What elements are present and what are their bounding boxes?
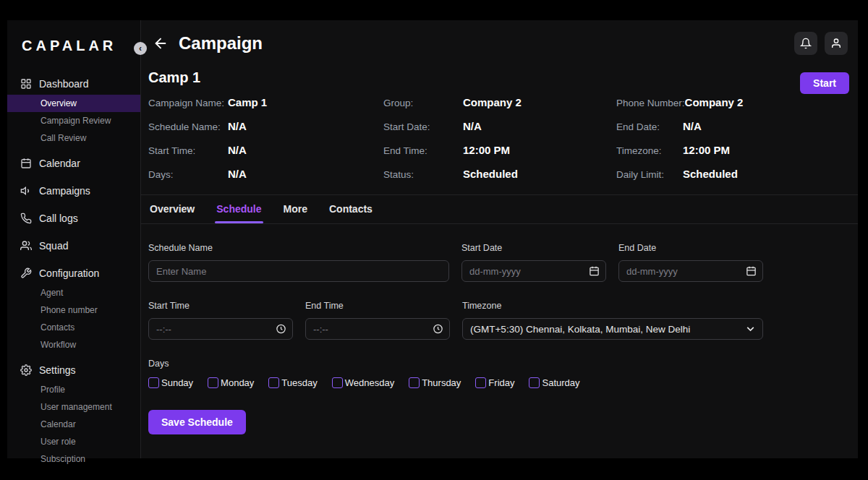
dashboard-grid-icon bbox=[20, 78, 32, 90]
detail-label: End Time: bbox=[383, 145, 463, 156]
detail-campaign-name: Campaign Name:Camp 1 bbox=[148, 96, 383, 108]
days-label: Days bbox=[148, 359, 849, 369]
campaign-summary: Camp 1 Start Campaign Name:Camp 1 Group:… bbox=[141, 67, 858, 180]
day-friday: Friday bbox=[475, 377, 514, 388]
sidebar-item-label: Dashboard bbox=[39, 78, 89, 90]
sidebar-item-contacts[interactable]: Contacts bbox=[7, 319, 140, 336]
sidebar-item-call-logs[interactable]: Call logs bbox=[7, 207, 140, 229]
app-window: CAPALAR ‹ Dashboard Overview Campaign Re… bbox=[7, 20, 858, 458]
sidebar-item-label: Calendar bbox=[39, 158, 80, 169]
sidebar-nav: Dashboard Overview Campaign Review Call … bbox=[7, 73, 140, 468]
app-logo: CAPALAR bbox=[7, 38, 140, 54]
day-label: Sunday bbox=[161, 377, 193, 388]
detail-start-date: Start Date:N/A bbox=[383, 120, 616, 132]
detail-group: Group:Company 2 bbox=[383, 96, 616, 108]
sidebar-item-user-management[interactable]: User management bbox=[7, 398, 140, 416]
notifications-button[interactable] bbox=[794, 32, 817, 55]
phone-icon bbox=[20, 213, 32, 224]
campaign-summary-header: Camp 1 Start bbox=[148, 69, 849, 96]
detail-label: End Date: bbox=[616, 121, 683, 132]
sidebar-item-phone-number[interactable]: Phone number bbox=[7, 301, 140, 319]
schedule-name-input[interactable] bbox=[148, 260, 449, 282]
detail-value: N/A bbox=[228, 144, 247, 156]
day-tuesday: Tuesday bbox=[268, 377, 317, 388]
tab-more[interactable]: More bbox=[282, 195, 309, 223]
detail-label: Start Date: bbox=[383, 121, 463, 132]
sidebar-item-label: Campaigns bbox=[39, 185, 90, 197]
start-time-input[interactable] bbox=[148, 318, 293, 340]
sidebar-item-calendar-settings[interactable]: Calendar bbox=[7, 416, 140, 433]
day-sunday: Sunday bbox=[148, 377, 193, 388]
end-time-input[interactable] bbox=[305, 318, 450, 340]
day-label: Thursday bbox=[422, 377, 461, 388]
sidebar-item-workflow[interactable]: Workflow bbox=[7, 336, 140, 353]
sidebar-item-label: Configuration bbox=[39, 267, 99, 279]
thursday-checkbox[interactable] bbox=[409, 377, 420, 388]
end-date-label: End Date bbox=[618, 243, 763, 253]
users-icon bbox=[20, 240, 32, 252]
detail-value: Scheduled bbox=[463, 168, 518, 180]
detail-schedule-name: Schedule Name:N/A bbox=[148, 120, 383, 132]
sidebar-collapse-button[interactable]: ‹ bbox=[134, 42, 147, 55]
calendar-icon bbox=[20, 158, 32, 169]
detail-timezone: Timezone:12:00 PM bbox=[616, 144, 849, 156]
day-label: Tuesday bbox=[281, 377, 317, 388]
saturday-checkbox[interactable] bbox=[529, 377, 540, 388]
campaign-details-grid: Campaign Name:Camp 1 Group:Company 2 Pho… bbox=[148, 96, 849, 180]
back-arrow-icon[interactable] bbox=[153, 35, 169, 51]
detail-label: Timezone: bbox=[616, 145, 683, 156]
form-row-1: Schedule Name Start Date End Date bbox=[148, 243, 849, 282]
save-schedule-button[interactable]: Save Schedule bbox=[148, 410, 246, 434]
end-time-label: End Time bbox=[305, 301, 450, 311]
schedule-form: Schedule Name Start Date End Date bbox=[141, 224, 858, 434]
detail-label: Schedule Name: bbox=[148, 121, 228, 132]
tuesday-checkbox[interactable] bbox=[268, 377, 279, 388]
detail-label: Campaign Name: bbox=[148, 98, 228, 108]
day-label: Wednesday bbox=[345, 377, 394, 388]
detail-label: Days: bbox=[148, 169, 228, 180]
start-date-label: Start Date bbox=[461, 243, 606, 253]
day-label: Friday bbox=[488, 377, 514, 388]
sidebar-item-user-role[interactable]: User role bbox=[7, 433, 140, 450]
detail-label: Group: bbox=[383, 98, 463, 108]
sidebar-item-settings[interactable]: Settings bbox=[7, 359, 140, 381]
wednesday-checkbox[interactable] bbox=[332, 377, 343, 388]
sunday-checkbox[interactable] bbox=[148, 377, 159, 388]
tab-contacts[interactable]: Contacts bbox=[328, 195, 374, 223]
start-time-label: Start Time bbox=[148, 301, 293, 311]
sidebar-item-campaign-review[interactable]: Campaign Review bbox=[7, 112, 140, 129]
detail-value: 12:00 PM bbox=[463, 144, 510, 156]
sidebar-item-label: Call logs bbox=[39, 213, 78, 224]
profile-button[interactable] bbox=[825, 32, 848, 55]
tab-schedule[interactable]: Schedule bbox=[215, 195, 263, 223]
monday-checkbox[interactable] bbox=[208, 377, 218, 388]
user-icon bbox=[830, 38, 842, 49]
sidebar-item-subscription[interactable]: Subsciption bbox=[7, 450, 140, 468]
sidebar-item-squad[interactable]: Squad bbox=[7, 235, 140, 257]
sidebar-item-dashboard[interactable]: Dashboard bbox=[7, 73, 140, 95]
days-checkbox-row: Sunday Monday Tuesday Wednesday Thursday… bbox=[148, 377, 849, 388]
sidebar-item-campaigns[interactable]: Campaigns bbox=[7, 180, 140, 202]
sidebar-item-profile[interactable]: Profile bbox=[7, 381, 140, 398]
sidebar-item-calendar[interactable]: Calendar bbox=[7, 153, 140, 174]
sidebar-item-configuration[interactable]: Configuration bbox=[7, 262, 140, 284]
sidebar-item-agent[interactable]: Agent bbox=[7, 284, 140, 301]
timezone-select[interactable]: (GMT+5:30) Chennai, Kolkata, Mumbai, New… bbox=[462, 318, 763, 340]
sidebar-item-label: Settings bbox=[39, 364, 76, 376]
sidebar-item-overview[interactable]: Overview bbox=[7, 95, 140, 112]
friday-checkbox[interactable] bbox=[475, 377, 486, 388]
timezone-selected-value: (GMT+5:30) Chennai, Kolkata, Mumbai, New… bbox=[470, 324, 690, 335]
end-date-input[interactable] bbox=[618, 260, 763, 282]
day-thursday: Thursday bbox=[409, 377, 461, 388]
detail-label: Daily Limit: bbox=[616, 169, 683, 180]
start-campaign-button[interactable]: Start bbox=[800, 72, 849, 94]
sidebar-item-call-review[interactable]: Call Review bbox=[7, 129, 140, 147]
day-label: Monday bbox=[221, 377, 254, 388]
tab-overview[interactable]: Overview bbox=[148, 195, 196, 223]
detail-label: Start Time: bbox=[148, 145, 228, 156]
detail-label: Status: bbox=[383, 169, 463, 180]
start-date-input[interactable] bbox=[461, 260, 606, 282]
tabs: Overview Schedule More Contacts bbox=[148, 195, 858, 223]
detail-value: N/A bbox=[683, 120, 702, 132]
schedule-name-field: Schedule Name bbox=[148, 243, 449, 282]
